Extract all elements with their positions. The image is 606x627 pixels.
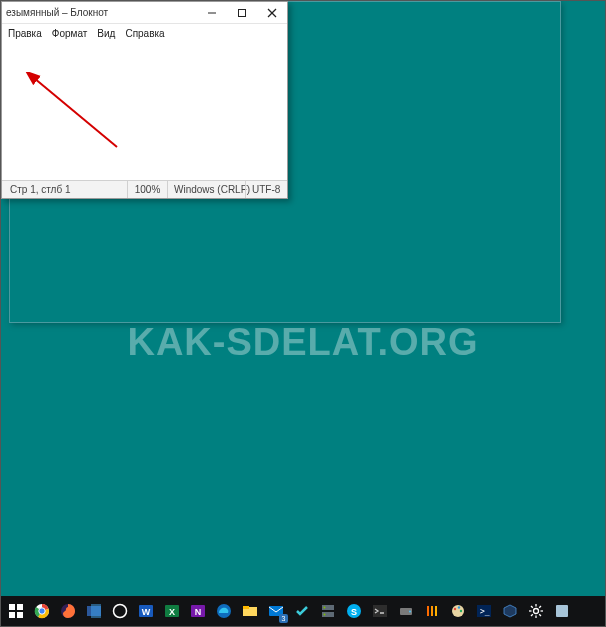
- taskbar-paint[interactable]: [445, 598, 471, 624]
- svg-rect-8: [17, 612, 23, 618]
- taskbar-box[interactable]: [497, 598, 523, 624]
- svg-point-29: [324, 614, 326, 616]
- console-icon: >_: [476, 603, 492, 619]
- start-icon: [9, 604, 23, 618]
- svg-line-51: [531, 614, 533, 616]
- status-zoom: 100%: [127, 181, 167, 198]
- taskbar-firefox[interactable]: [55, 598, 81, 624]
- status-position: Стр 1, стлб 1: [2, 181, 127, 198]
- svg-rect-24: [243, 606, 249, 609]
- stack-icon: [424, 603, 440, 619]
- taskbar-app[interactable]: [549, 598, 575, 624]
- status-encoding: UTF-8: [245, 181, 287, 198]
- svg-point-40: [458, 606, 460, 608]
- word-app-icon: W: [138, 603, 154, 619]
- notepad-window: езымянный – Блокнот Правка Формат Вид Сп…: [1, 1, 288, 199]
- taskbar-onenote[interactable]: N: [185, 598, 211, 624]
- settings-icon: [528, 603, 544, 619]
- text-area[interactable]: [2, 42, 287, 180]
- maximize-icon: [237, 8, 247, 18]
- box-icon: [502, 603, 518, 619]
- edge-icon: [216, 603, 232, 619]
- menu-format[interactable]: Формат: [52, 28, 88, 39]
- taskbar-excel[interactable]: X: [159, 598, 185, 624]
- taskbar: W X N 3 S >_: [1, 596, 605, 626]
- mail-badge: 3: [279, 614, 288, 623]
- svg-rect-53: [556, 605, 568, 617]
- svg-rect-37: [435, 606, 437, 616]
- svg-rect-7: [9, 612, 15, 618]
- arrow-annotation: [22, 72, 142, 172]
- taskbar-explorer[interactable]: [237, 598, 263, 624]
- minimize-button[interactable]: [197, 2, 227, 23]
- titlebar[interactable]: езымянный – Блокнот: [2, 2, 287, 24]
- svg-point-41: [460, 610, 462, 612]
- svg-point-11: [39, 608, 45, 614]
- todo-icon: [294, 603, 310, 619]
- app-icon: [554, 603, 570, 619]
- close-button[interactable]: [257, 2, 287, 23]
- svg-text:>_: >_: [480, 607, 490, 616]
- close-icon: [267, 8, 277, 18]
- svg-line-50: [539, 614, 541, 616]
- chrome-icon: [34, 603, 50, 619]
- taskbar-edge[interactable]: [211, 598, 237, 624]
- menu-view[interactable]: Вид: [97, 28, 115, 39]
- start-button[interactable]: [3, 598, 29, 624]
- svg-point-34: [409, 611, 411, 613]
- terminal-icon: [372, 603, 388, 619]
- taskbar-word[interactable]: [81, 598, 107, 624]
- hdd-icon: [398, 603, 414, 619]
- svg-line-49: [531, 606, 533, 608]
- svg-rect-5: [9, 604, 15, 610]
- menu-help[interactable]: Справка: [125, 28, 164, 39]
- onenote-icon: N: [190, 603, 206, 619]
- svg-text:X: X: [169, 607, 175, 617]
- explorer-icon: [242, 603, 258, 619]
- paint-icon: [450, 603, 466, 619]
- taskbar-terminal[interactable]: [367, 598, 393, 624]
- taskbar-server[interactable]: [315, 598, 341, 624]
- taskbar-mail[interactable]: 3: [263, 598, 289, 624]
- watermark-text: KAK-SDELAT.ORG: [1, 321, 605, 364]
- svg-point-39: [454, 608, 456, 610]
- window-controls: [197, 2, 287, 23]
- svg-line-4: [34, 78, 117, 147]
- svg-rect-35: [427, 606, 429, 616]
- firefox-icon: [60, 603, 76, 619]
- svg-point-44: [534, 609, 539, 614]
- taskbar-circle[interactable]: [107, 598, 133, 624]
- status-line-ending: Windows (CRLF): [167, 181, 245, 198]
- svg-text:S: S: [351, 607, 357, 617]
- svg-rect-36: [431, 606, 433, 616]
- svg-text:W: W: [142, 607, 151, 617]
- statusbar: Стр 1, стлб 1 100% Windows (CRLF) UTF-8: [2, 180, 287, 198]
- maximize-button[interactable]: [227, 2, 257, 23]
- svg-rect-6: [17, 604, 23, 610]
- taskbar-chrome[interactable]: [29, 598, 55, 624]
- menubar: Правка Формат Вид Справка: [2, 24, 287, 42]
- circle-icon: [112, 603, 128, 619]
- taskbar-console[interactable]: >_: [471, 598, 497, 624]
- svg-text:N: N: [195, 607, 202, 617]
- taskbar-skype[interactable]: S: [341, 598, 367, 624]
- skype-icon: S: [346, 603, 362, 619]
- word-icon: [86, 603, 102, 619]
- svg-line-52: [539, 606, 541, 608]
- svg-rect-32: [373, 605, 387, 617]
- excel-icon: X: [164, 603, 180, 619]
- taskbar-stack[interactable]: [419, 598, 445, 624]
- taskbar-hdd[interactable]: [393, 598, 419, 624]
- minimize-icon: [207, 8, 217, 18]
- window-title: езымянный – Блокнот: [6, 7, 197, 18]
- svg-point-28: [324, 607, 326, 609]
- svg-point-38: [452, 605, 464, 617]
- svg-rect-1: [239, 9, 246, 16]
- server-icon: [320, 603, 336, 619]
- taskbar-settings[interactable]: [523, 598, 549, 624]
- taskbar-todo[interactable]: [289, 598, 315, 624]
- menu-edit[interactable]: Правка: [8, 28, 42, 39]
- svg-rect-14: [91, 604, 101, 618]
- svg-point-15: [114, 605, 127, 618]
- taskbar-word-app[interactable]: W: [133, 598, 159, 624]
